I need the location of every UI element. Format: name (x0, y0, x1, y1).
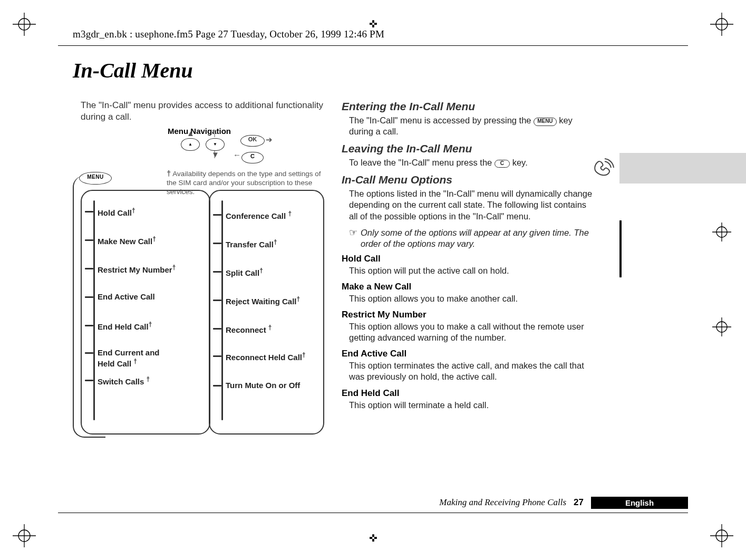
list-item: Reconnect Held Call† (226, 351, 306, 362)
crop-mark-br (710, 524, 733, 547)
crop-mark-tl (13, 13, 36, 36)
key-c-label: C (250, 153, 255, 159)
subheading-end-active-call: End Active Call (342, 349, 597, 359)
revision-bar (619, 220, 622, 277)
page-footer: Making and Receiving Phone Calls 27 Engl… (342, 496, 688, 509)
crop-mark-bl (13, 524, 36, 547)
diagram-right-bar (221, 200, 223, 420)
page-rule-bottom (58, 513, 688, 513)
key-down-icon (206, 138, 225, 151)
c-key-capsule-icon: C (495, 160, 510, 168)
crop-mark-side-2 (711, 316, 732, 337)
edge-tab (619, 153, 746, 184)
subheading-make-new-call: Make a New Call (342, 282, 597, 292)
intro-text: The "In-Call" menu provides access to ad… (81, 100, 331, 123)
section-heading-leaving: Leaving the In-Call Menu (342, 142, 597, 155)
subheading-restrict-my-number: Restrict My Number (342, 310, 597, 320)
footer-section-title: Making and Receiving Phone Calls (439, 497, 566, 508)
section-heading-entering: Entering the In-Call Menu (342, 100, 597, 113)
entering-body: The "In-Call" menu is accessed by pressi… (349, 115, 597, 137)
list-item: Make New Call† (98, 235, 156, 246)
crop-mark-side-1 (711, 221, 732, 243)
diagram-left-list: Hold Call† Make New Call† Restrict My Nu… (81, 190, 210, 435)
fold-mark-bottom-icon: ✜ (369, 533, 377, 543)
crop-mark-tr (710, 13, 733, 36)
diagram-right-list: Conference Call † Transfer Call† Split C… (209, 190, 324, 435)
arrow-up-stem (214, 130, 215, 137)
arrow-right-icon: ➔ (266, 135, 273, 144)
list-item: Restrict My Number† (98, 264, 176, 274)
list-item: Turn Mute On or Off (226, 381, 300, 390)
key-c-icon: C (241, 152, 264, 163)
list-item: Hold Call† (98, 207, 135, 217)
page-rule-top (58, 45, 688, 46)
list-item: End Current and Held Call † (98, 348, 177, 369)
arrow-left-icon: ← (233, 150, 241, 159)
menu-key-capsule-icon: MENU (534, 118, 556, 126)
handset-icon (592, 157, 614, 179)
key-ok-icon: OK (240, 135, 265, 147)
footer-language-badge: English (591, 497, 688, 509)
menu-navigation-diagram: Menu Navigation ▲ ▼ OK ➔ C ← MENU † Avai… (73, 125, 326, 437)
note-icon: ☞ (349, 227, 357, 249)
list-item: Reconnect † (226, 324, 272, 334)
list-item: End Held Call† (98, 321, 152, 331)
document-path: m3gdr_en.bk : usephone.fm5 Page 27 Tuesd… (73, 28, 384, 40)
list-item: Reject Waiting Call† (226, 295, 300, 306)
list-item: End Active Call (98, 292, 155, 301)
note-text: Only some of the options will appear at … (361, 227, 597, 249)
end-active-call-body: This option terminates the active call, … (349, 360, 597, 382)
leaving-body: To leave the "In-Call" menu press the C … (349, 157, 597, 168)
arrow-up-icon: ▲ (187, 129, 195, 138)
diagram-left-bar (93, 200, 95, 420)
key-ok-label: OK (248, 136, 257, 142)
key-up-icon (181, 138, 200, 151)
subheading-hold-call: Hold Call (342, 254, 597, 264)
end-held-call-body: This option will terminate a held call. (349, 400, 597, 411)
subheading-end-held-call: End Held Call (342, 388, 597, 399)
make-new-call-body: This option allows you to make another c… (349, 293, 597, 304)
list-item: Transfer Call† (226, 238, 277, 249)
fold-mark-top-icon: ✜ (369, 19, 377, 29)
right-column: Entering the In-Call Menu The "In-Call" … (342, 100, 597, 416)
dagger-icon: † (167, 169, 171, 178)
section-heading-options: In-Call Menu Options (342, 173, 597, 186)
list-item: Split Call† (226, 267, 263, 277)
list-item: Switch Calls † (98, 375, 150, 386)
options-body: The options listed in the "In-Call" menu… (349, 188, 597, 221)
page-title: In-Call Menu (73, 58, 193, 83)
footer-page-number: 27 (574, 497, 584, 508)
arrow-down-icon: ▼ (211, 150, 219, 159)
list-item: Conference Call † (226, 210, 292, 220)
diagram-title: Menu Navigation (168, 127, 231, 136)
hold-call-body: This option will put the active call on … (349, 265, 597, 276)
restrict-my-number-body: This option allows you to make a call wi… (349, 321, 597, 343)
note-row: ☞ Only some of the options will appear a… (349, 227, 597, 249)
